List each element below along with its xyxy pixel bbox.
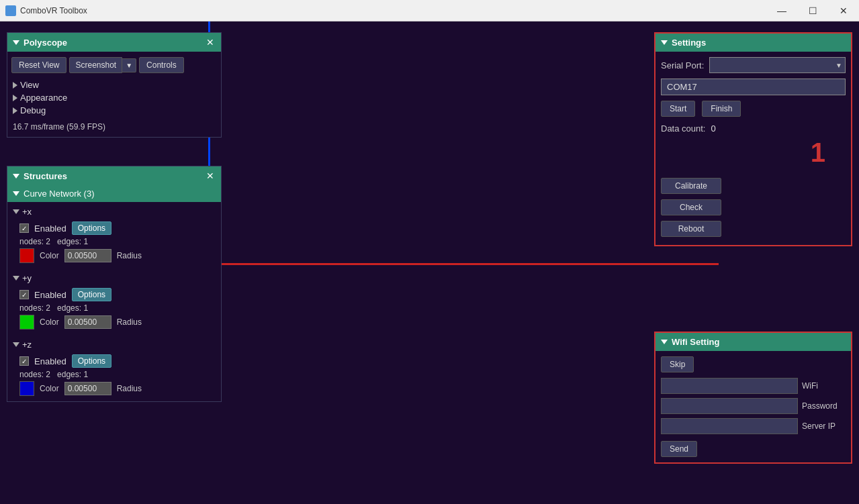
wifi-header: Wifi Setting xyxy=(655,333,851,351)
app-icon xyxy=(5,5,16,16)
axis-y-enabled-row: Enabled Options xyxy=(19,287,216,303)
axis-y-label: +y xyxy=(22,273,32,283)
screenshot-button[interactable]: Screenshot xyxy=(69,57,122,73)
axis-z-enabled-row: Enabled Options xyxy=(19,353,216,369)
structures-close-button[interactable]: ✕ xyxy=(205,170,216,181)
annotation-number: 1 xyxy=(811,138,825,168)
axis-z-header[interactable]: +z xyxy=(13,338,216,352)
com-display: COM17 xyxy=(661,79,846,95)
serial-select-wrapper xyxy=(709,57,846,73)
axis-x-enabled-row: Enabled Options xyxy=(19,220,216,236)
settings-collapse-icon[interactable] xyxy=(661,40,668,45)
skip-button[interactable]: Skip xyxy=(661,356,694,372)
serial-port-select[interactable] xyxy=(710,58,845,72)
axis-z-label: +z xyxy=(22,340,32,350)
polyscope-close-button[interactable]: ✕ xyxy=(205,37,216,48)
axis-y-color-row: Color Radius xyxy=(19,313,216,331)
axis-y-collapse-icon xyxy=(13,276,19,281)
wifi-ssid-input[interactable] xyxy=(661,378,798,394)
settings-body: Serial Port: COM17 Start Finish Data cou… xyxy=(655,52,851,245)
screenshot-dropdown-button[interactable]: ▼ xyxy=(122,58,136,72)
collapse-icon[interactable] xyxy=(13,40,19,45)
titlebar: ComboVR Toolbox — ☐ ✕ xyxy=(0,0,859,21)
axis-y-radius-input[interactable] xyxy=(64,315,111,329)
data-count-row: Data count: 0 xyxy=(661,123,846,134)
wifi-collapse-icon[interactable] xyxy=(661,340,668,344)
controls-button[interactable]: Controls xyxy=(139,57,184,73)
axis-z-section: +z Enabled Options nodes: 2 edges: 1 Col… xyxy=(7,335,221,401)
axis-y-color-label: Color xyxy=(40,317,59,327)
finish-button[interactable]: Finish xyxy=(702,101,741,117)
tree-item-debug[interactable]: Debug xyxy=(13,104,216,117)
axis-y-checkbox[interactable] xyxy=(19,290,29,299)
settings-header-left: Settings xyxy=(661,38,706,48)
polyscope-toolbar: Reset View Screenshot ▼ Controls xyxy=(7,52,221,76)
reset-view-button[interactable]: Reset View xyxy=(11,57,66,73)
polyscope-tree: View Appearance Debug xyxy=(7,76,221,119)
wifi-body: Skip WiFi Password Server IP Send xyxy=(655,351,851,462)
axis-z-radius-input[interactable] xyxy=(64,382,111,395)
axis-z-props: Enabled Options nodes: 2 edges: 1 Color … xyxy=(13,352,216,399)
tree-item-appearance[interactable]: Appearance xyxy=(13,91,216,104)
polyscope-header: Polyscope ✕ xyxy=(7,33,221,52)
wifi-server-ip-input[interactable] xyxy=(661,418,798,434)
wifi-panel: Wifi Setting Skip WiFi Password Server I… xyxy=(654,332,852,464)
titlebar-title: ComboVR Toolbox xyxy=(20,6,87,15)
curve-collapse-icon[interactable] xyxy=(13,191,19,196)
axis-y-enabled-label: Enabled xyxy=(34,290,66,300)
structures-title: Structures xyxy=(24,171,67,181)
polyscope-panel: Polyscope ✕ Reset View Screenshot ▼ Cont… xyxy=(7,32,222,138)
axis-z-nodes-edges: nodes: 2 edges: 1 xyxy=(19,369,216,380)
password-field-row: Password xyxy=(661,398,846,414)
axis-z-checkbox[interactable] xyxy=(19,356,29,366)
curve-network-header: Curve Network (3) xyxy=(7,185,221,202)
maximize-button[interactable]: ☐ xyxy=(797,0,828,21)
wifi-header-left: Wifi Setting xyxy=(661,337,719,347)
main-area: Polyscope ✕ Reset View Screenshot ▼ Cont… xyxy=(0,21,859,504)
axis-x-enabled-label: Enabled xyxy=(34,223,66,234)
curve-network-title: Curve Network (3) xyxy=(24,189,94,199)
axis-y-options-button[interactable]: Options xyxy=(72,288,111,301)
structures-header-left: Structures xyxy=(13,171,67,181)
axis-y-color-swatch[interactable] xyxy=(19,315,34,330)
tree-label-debug: Debug xyxy=(20,105,46,115)
start-button[interactable]: Start xyxy=(661,101,695,117)
axis-x-options-button[interactable]: Options xyxy=(72,221,111,235)
data-count-label: Data count: xyxy=(661,123,706,134)
wifi-ssid-label: WiFi xyxy=(802,381,846,391)
settings-title: Settings xyxy=(672,38,706,48)
server-ip-field-row: Server IP xyxy=(661,418,846,434)
tree-arrow-debug xyxy=(13,107,17,114)
axis-x-color-row: Color Radius xyxy=(19,247,216,264)
axis-x-checkbox[interactable] xyxy=(19,223,29,233)
reboot-button[interactable]: Reboot xyxy=(661,221,721,237)
axis-x-label: +x xyxy=(22,207,32,217)
axis-x-radius-label: Radius xyxy=(117,251,142,260)
axis-z-color-swatch[interactable] xyxy=(19,381,34,396)
axis-x-color-swatch[interactable] xyxy=(19,248,34,263)
axis-z-color-label: Color xyxy=(40,384,59,393)
tree-arrow-view xyxy=(13,82,17,89)
axis-y-header[interactable]: +y xyxy=(13,271,216,285)
structures-collapse-icon[interactable] xyxy=(13,174,19,179)
polyscope-header-left: Polyscope xyxy=(13,38,67,48)
serial-port-row: Serial Port: xyxy=(661,57,846,73)
minimize-button[interactable]: — xyxy=(766,0,797,21)
wifi-password-input[interactable] xyxy=(661,398,798,414)
structures-panel: Structures ✕ Curve Network (3) +x Enable… xyxy=(7,166,222,402)
axis-x-radius-input[interactable] xyxy=(64,249,111,262)
check-button[interactable]: Check xyxy=(661,199,721,215)
axis-z-radius-label: Radius xyxy=(117,384,142,393)
wifi-password-label: Password xyxy=(802,401,846,411)
screenshot-btn-group: Screenshot ▼ xyxy=(69,57,136,73)
axis-x-color-label: Color xyxy=(40,251,59,260)
settings-header: Settings xyxy=(655,34,851,52)
axis-z-options-button[interactable]: Options xyxy=(72,354,111,368)
send-button[interactable]: Send xyxy=(661,441,697,457)
tree-item-view[interactable]: View xyxy=(13,79,216,91)
axis-x-header[interactable]: +x xyxy=(13,205,216,219)
axis-y-nodes-edges: nodes: 2 edges: 1 xyxy=(19,303,216,313)
calibrate-button[interactable]: Calibrate xyxy=(661,178,721,194)
axis-z-collapse-icon xyxy=(13,342,19,347)
close-button[interactable]: ✕ xyxy=(828,0,859,21)
